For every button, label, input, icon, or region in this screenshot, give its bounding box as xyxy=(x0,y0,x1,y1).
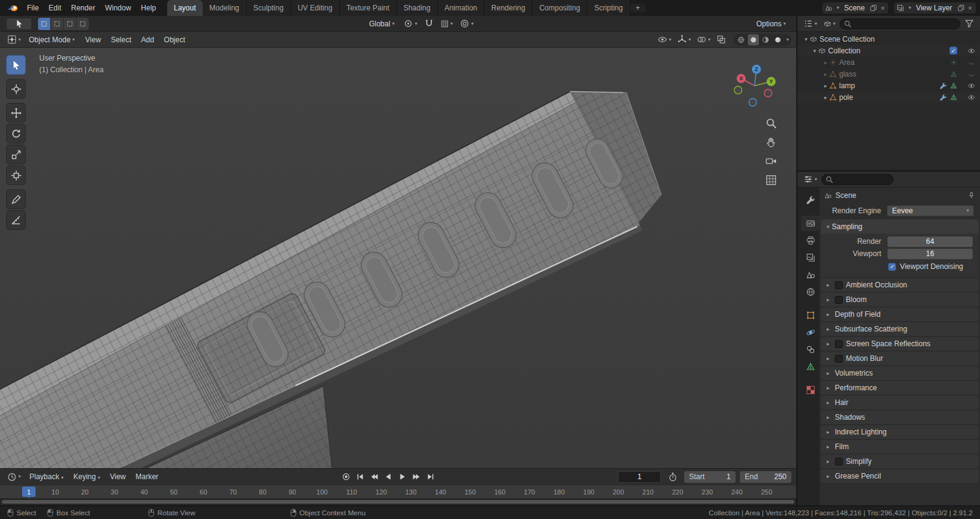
properties-editor-type-dropdown[interactable]: ▾ xyxy=(801,173,820,185)
viewport-samples-field[interactable]: 16 xyxy=(888,249,973,259)
navigation-gizmo[interactable]: X Y Z xyxy=(730,61,779,110)
new-scene-icon[interactable] xyxy=(870,4,877,12)
frame-start-field[interactable]: Start 1 xyxy=(684,471,736,483)
play-button[interactable] xyxy=(396,471,409,482)
workspace-tab[interactable]: Rendering xyxy=(484,0,532,16)
shading-material-button[interactable] xyxy=(760,34,771,45)
camera-view-button[interactable] xyxy=(766,156,777,167)
next-keyframe-button[interactable] xyxy=(410,471,423,482)
orthographic-toggle-button[interactable] xyxy=(766,175,777,186)
eye-closed-icon[interactable] xyxy=(968,59,975,66)
options-dropdown[interactable]: Options ▾ xyxy=(752,18,790,29)
tool-transform[interactable] xyxy=(6,165,26,185)
expand-icon[interactable]: ▸ xyxy=(822,71,829,77)
viewport-menu-item[interactable]: Add xyxy=(136,34,159,46)
tab-object[interactable] xyxy=(801,308,820,323)
property-section-header[interactable]: ▸ Ambient Occlusion xyxy=(821,278,979,292)
property-section-header[interactable]: ▸ Film xyxy=(821,440,979,453)
outliner-search-box[interactable] xyxy=(840,18,960,29)
scene-name[interactable]: Scene xyxy=(842,4,867,12)
viewport-canvas[interactable] xyxy=(0,48,796,468)
active-tool-button[interactable] xyxy=(6,18,32,30)
outliner-row-glass[interactable]: ▸ glass xyxy=(797,68,980,80)
viewport-menu-item[interactable]: Object xyxy=(159,34,190,46)
menu-item[interactable]: Render xyxy=(66,2,100,14)
xray-toggle-button[interactable] xyxy=(714,34,728,45)
transform-orientation-dropdown[interactable]: Global ▾ xyxy=(364,18,399,29)
menu-item[interactable]: Help xyxy=(136,2,161,14)
timeline-menu-item[interactable]: Playback▾ xyxy=(24,471,69,483)
render-engine-dropdown[interactable]: Eevee ▾ xyxy=(887,205,974,216)
property-section-header[interactable]: ▸ Subsurface Scattering xyxy=(821,322,979,336)
jump-to-end-button[interactable] xyxy=(424,471,437,482)
property-section-header[interactable]: ▸ Motion Blur xyxy=(821,352,979,365)
timeline-menu-item[interactable]: Keying▾ xyxy=(69,471,105,483)
shading-rendered-button[interactable] xyxy=(772,34,783,45)
snap-target-dropdown[interactable]: ▾ xyxy=(439,19,455,29)
workspace-tab[interactable]: Compositing xyxy=(532,0,587,16)
3d-viewport[interactable]: User Perspective (1) Collection | Area xyxy=(0,48,796,468)
tool-move[interactable] xyxy=(6,103,26,123)
new-view-layer-icon[interactable] xyxy=(957,4,965,12)
jump-to-start-button[interactable] xyxy=(354,471,366,482)
section-checkbox[interactable] xyxy=(835,458,843,466)
pan-button[interactable] xyxy=(766,137,777,148)
timeline-editor-type-dropdown[interactable]: ▾ xyxy=(5,471,23,483)
axis-negative-z-handle[interactable] xyxy=(749,99,756,106)
tab-physics[interactable] xyxy=(801,325,820,340)
property-section-header[interactable]: ▸ Simplify xyxy=(821,455,979,468)
axis-negative-x-handle[interactable] xyxy=(764,89,772,97)
pin-icon[interactable] xyxy=(968,192,975,199)
expand-icon[interactable]: ▸ xyxy=(822,83,829,89)
editor-type-dropdown[interactable]: ▾ xyxy=(5,34,23,45)
select-mode-subtract-button[interactable] xyxy=(64,18,76,30)
eye-icon[interactable] xyxy=(968,94,975,101)
timeline-ruler[interactable]: 1020304050607080901001101201301401501601… xyxy=(0,485,796,498)
properties-search-input[interactable] xyxy=(835,175,889,184)
remove-view-layer-button[interactable]: × xyxy=(967,4,973,12)
snap-toggle-button[interactable] xyxy=(422,18,436,29)
select-mode-set-button[interactable] xyxy=(38,18,50,30)
shading-solid-button[interactable] xyxy=(748,34,759,45)
outliner-display-mode-dropdown[interactable]: ▾ xyxy=(821,19,838,29)
section-checkbox[interactable] xyxy=(835,281,843,289)
frame-end-field[interactable]: End 250 xyxy=(740,471,791,483)
outliner-editor-type-dropdown[interactable]: ▾ xyxy=(801,18,820,29)
property-section-header[interactable]: ▸ Screen Space Reflections xyxy=(821,337,979,350)
tool-measure[interactable] xyxy=(6,210,26,230)
outliner-row-lamp[interactable]: ▸ lamp xyxy=(797,80,980,91)
tab-scene[interactable] xyxy=(801,267,820,282)
workspace-tab[interactable]: Scripting xyxy=(587,0,630,16)
property-section-header[interactable]: ▸ Performance xyxy=(821,381,979,395)
previous-keyframe-button[interactable] xyxy=(368,471,380,482)
property-section-header[interactable]: ▸ Hair xyxy=(821,396,979,409)
outliner-row-collection[interactable]: ▾ Collection ✓ xyxy=(797,45,980,56)
tab-world[interactable] xyxy=(801,284,820,300)
tab-output[interactable] xyxy=(801,233,820,248)
tab-object-data[interactable] xyxy=(801,359,820,374)
outliner-filter-button[interactable] xyxy=(962,18,976,29)
menu-item[interactable]: Edit xyxy=(43,2,66,14)
timeline-menu-item[interactable]: View▾ xyxy=(105,471,130,483)
property-section-header[interactable]: ▸ Depth of Field xyxy=(821,308,979,321)
viewport-denoising-checkbox[interactable]: ✓ xyxy=(888,263,896,271)
show-gizmo-dropdown[interactable]: ▾ xyxy=(675,34,693,45)
workspace-tab[interactable]: Shading xyxy=(397,0,438,16)
workspace-tab[interactable]: Sculpting xyxy=(247,0,291,16)
tool-rotate[interactable] xyxy=(6,124,26,143)
select-mode-intersect-button[interactable] xyxy=(77,18,89,30)
expand-icon[interactable]: ▸ xyxy=(822,59,829,66)
eye-icon[interactable] xyxy=(968,82,975,89)
axis-negative-y-handle[interactable] xyxy=(734,86,742,94)
tool-scale[interactable] xyxy=(6,145,26,164)
section-checkbox[interactable] xyxy=(835,340,843,348)
add-workspace-button[interactable]: + xyxy=(630,4,646,12)
sampling-panel-header[interactable]: ▾ Sampling xyxy=(821,219,979,233)
workspace-tab[interactable]: Layout xyxy=(167,0,203,16)
property-section-header[interactable]: ▸ Bloom xyxy=(821,293,979,306)
object-type-visibility-dropdown[interactable]: ▾ xyxy=(655,34,674,45)
zoom-button[interactable] xyxy=(766,118,777,129)
workspace-tab[interactable]: Modeling xyxy=(203,0,247,16)
tool-annotate[interactable] xyxy=(6,189,26,209)
outliner-search-input[interactable] xyxy=(854,20,956,28)
